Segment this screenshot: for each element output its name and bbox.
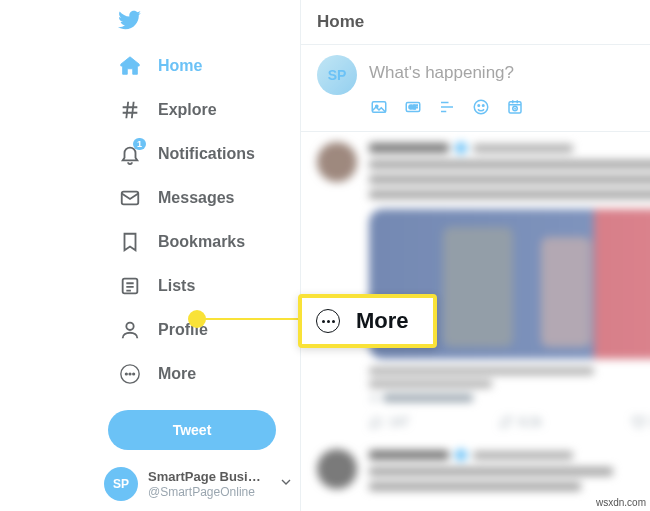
svg-text:GIF: GIF <box>409 104 419 110</box>
schedule-icon[interactable] <box>505 97 525 117</box>
watermark: wsxdn.com <box>596 497 646 508</box>
svg-point-6 <box>133 373 135 375</box>
composer-avatar: SP <box>317 55 357 95</box>
nav-messages[interactable]: Messages <box>108 176 300 220</box>
envelope-icon <box>118 186 142 210</box>
more-icon <box>118 362 142 386</box>
svg-point-11 <box>474 100 488 114</box>
account-switcher[interactable]: SP SmartPage Business… @SmartPageOnline <box>100 457 300 511</box>
nav-label: Notifications <box>158 145 255 163</box>
more-icon <box>316 309 340 333</box>
card-link[interactable] <box>369 393 650 403</box>
notification-badge: 1 <box>133 138 146 150</box>
poll-icon[interactable] <box>437 97 457 117</box>
media-figure <box>443 227 513 347</box>
tweet-author-handle <box>473 451 573 460</box>
account-handle: @SmartPageOnline <box>148 485 268 499</box>
svg-point-5 <box>129 373 131 375</box>
highlight-connector <box>204 318 300 320</box>
tweet-text-line <box>369 190 650 199</box>
page-title: Home <box>317 12 634 32</box>
nav-notifications[interactable]: 1 Notifications <box>108 132 300 176</box>
nav-lists[interactable]: Lists <box>108 264 300 308</box>
main-column: Home SP GIF <box>301 0 650 511</box>
bookmark-icon <box>118 230 142 254</box>
reply-button[interactable]: 147 <box>369 415 409 429</box>
chevron-down-icon <box>278 474 294 494</box>
tweet-text-line <box>369 175 650 184</box>
media-figure <box>541 237 591 347</box>
hash-icon <box>118 98 142 122</box>
tweet-author-handle <box>473 144 573 153</box>
nav-label: Home <box>158 57 202 75</box>
svg-point-4 <box>125 373 127 375</box>
twitter-logo[interactable] <box>118 8 300 36</box>
image-icon[interactable] <box>369 97 389 117</box>
retweet-count: 8.2k <box>519 415 542 429</box>
tweet-actions: 147 8.2k 2.3k <box>369 415 650 429</box>
timeline-header: Home <box>301 0 650 45</box>
sidebar: Home Explore 1 Notifications Messages <box>0 0 300 511</box>
nav-label: Lists <box>158 277 195 295</box>
bell-icon: 1 <box>118 142 142 166</box>
composer-toolbar: GIF <box>369 97 634 125</box>
tweet-avatar <box>317 449 357 489</box>
list-icon <box>118 274 142 298</box>
svg-point-12 <box>478 105 480 107</box>
account-names: SmartPage Business… @SmartPageOnline <box>148 469 268 499</box>
emoji-icon[interactable] <box>471 97 491 117</box>
tweet-avatar <box>317 142 357 182</box>
card-caption <box>369 367 650 403</box>
tweet-button[interactable]: Tweet <box>108 410 276 450</box>
nav-label: Messages <box>158 189 235 207</box>
svg-rect-16 <box>372 397 377 401</box>
svg-point-13 <box>483 105 485 107</box>
reply-count: 147 <box>389 415 409 429</box>
callout-label: More <box>356 308 409 334</box>
tweet-text-line <box>369 467 613 476</box>
nav-more[interactable]: More <box>108 352 300 396</box>
tweet-author-name <box>369 450 449 460</box>
composer-input[interactable] <box>369 55 634 97</box>
avatar: SP <box>104 467 138 501</box>
svg-point-2 <box>126 323 133 330</box>
nav-home[interactable]: Home <box>108 44 300 88</box>
nav-label: More <box>158 365 196 383</box>
nav-bookmarks[interactable]: Bookmarks <box>108 220 300 264</box>
verified-badge-icon <box>455 142 467 154</box>
home-icon <box>118 54 142 78</box>
account-display-name: SmartPage Business… <box>148 469 268 485</box>
tweet-text-line <box>369 482 581 491</box>
callout-more: More <box>298 294 437 348</box>
tweet-text-line <box>369 160 650 169</box>
retweet-button[interactable]: 8.2k <box>499 415 542 429</box>
nav-explore[interactable]: Explore <box>108 88 300 132</box>
tweet-item[interactable] <box>301 439 650 501</box>
gif-icon[interactable]: GIF <box>403 97 423 117</box>
app-root: Home Explore 1 Notifications Messages <box>0 0 650 511</box>
like-button[interactable]: 2.3k <box>632 415 650 429</box>
tweet-composer: SP GIF <box>301 45 650 132</box>
tweet-item[interactable]: CHIP IN ELECT J & KAMA <box>301 132 650 439</box>
tweet-author-name <box>369 143 449 153</box>
nav-label: Bookmarks <box>158 233 245 251</box>
nav-label: Explore <box>158 101 217 119</box>
profile-icon <box>118 318 142 342</box>
verified-badge-icon <box>455 449 467 461</box>
